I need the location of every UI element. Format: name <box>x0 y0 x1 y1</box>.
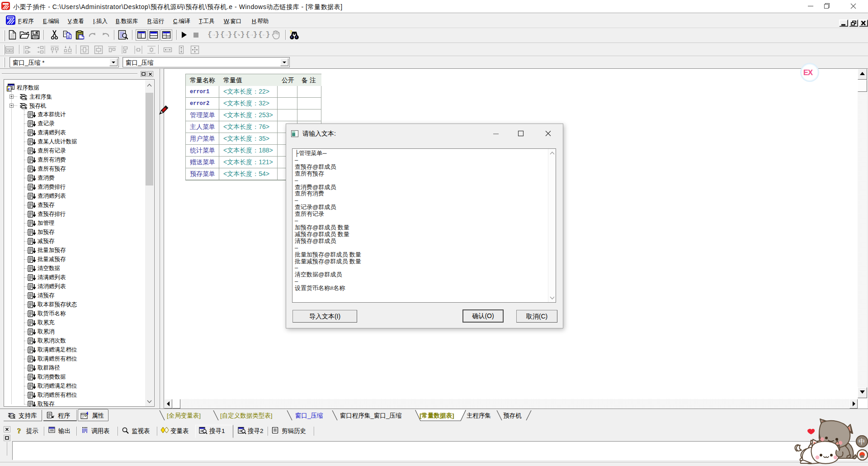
svg-text:?: ? <box>17 427 21 434</box>
